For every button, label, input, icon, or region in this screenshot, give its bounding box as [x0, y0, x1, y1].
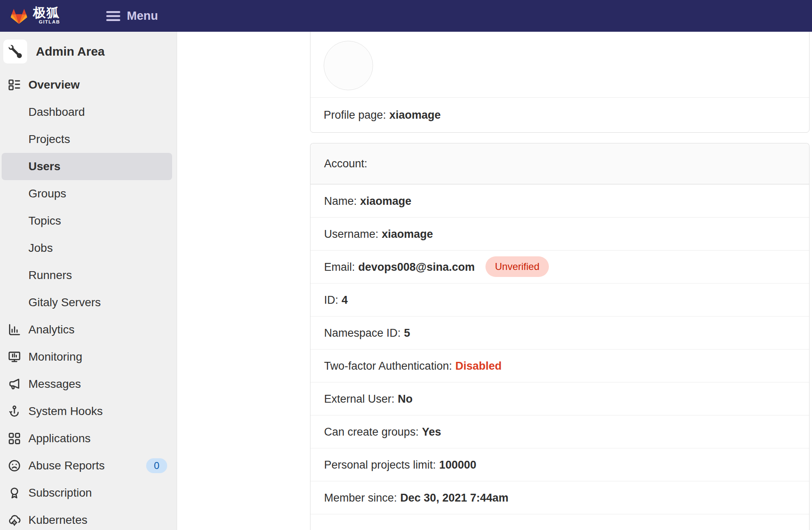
avatar-block [310, 24, 809, 97]
sidebar-title: Admin Area [36, 45, 105, 59]
sidebar-item-label: Analytics [28, 323, 75, 336]
account-row-value: devops008@sina.com [358, 261, 475, 273]
sidebar-item-users[interactable]: Users [2, 153, 172, 180]
sidebar-item-label: Overview [28, 78, 80, 91]
account-row-value: Dec 30, 2021 7:44am [400, 492, 509, 504]
sidebar-item-label: Messages [28, 378, 81, 391]
sidebar-item-applications[interactable]: Applications [2, 425, 172, 452]
account-row-external-user: External User:No [310, 382, 809, 415]
sidebar-item-topics[interactable]: Topics [2, 207, 172, 235]
count-badge: 0 [146, 458, 167, 473]
sidebar-item-label: Runners [28, 269, 72, 282]
account-row-label: Can create groups: [324, 426, 419, 438]
top-navbar: 极狐 GITLAB Menu [0, 0, 812, 32]
account-row-label: Personal projects limit: [324, 459, 436, 471]
hamburger-icon [106, 11, 120, 21]
account-row-value: 4 [342, 294, 348, 306]
account-row-email: Email:devops008@sina.comUnverified [310, 250, 809, 283]
sidebar-item-overview[interactable]: Overview [2, 71, 172, 98]
account-row-value: Disabled [455, 360, 502, 372]
account-row-can-create-groups: Can create groups:Yes [310, 415, 809, 448]
account-row-label: External User: [324, 393, 394, 405]
account-section-header: Account: [310, 143, 809, 184]
sidebar-item-icon [8, 514, 21, 526]
sidebar-item-label: System Hooks [28, 405, 103, 418]
account-row-label: Name: [324, 195, 357, 207]
sidebar-item-abuse-reports[interactable]: Abuse Reports 0 [2, 452, 172, 479]
account-row-label: Email: [324, 261, 355, 273]
sidebar-item-icon [8, 378, 21, 390]
gitlab-logo[interactable]: 极狐 GITLAB [10, 6, 60, 26]
main-content: Profile page:xiaomage Account: Name:xiao… [177, 32, 812, 530]
sidebar-item-icon [8, 405, 21, 417]
sidebar-item-analytics[interactable]: Analytics [2, 316, 172, 343]
brand-name-cjk: 极狐 [33, 6, 60, 19]
account-row-namespace-id: Namespace ID:5 [310, 316, 809, 349]
sidebar-item-label: Dashboard [28, 106, 85, 119]
sidebar-item-label: Kubernetes [28, 514, 87, 527]
sidebar-item-kubernetes[interactable]: Kubernetes [2, 507, 172, 530]
sidebar-item-icon [8, 432, 21, 445]
sidebar-item-runners[interactable]: Runners [2, 262, 172, 289]
next-row-partial [310, 514, 809, 530]
profile-card: Profile page:xiaomage [310, 23, 810, 133]
sidebar-item-groups[interactable]: Groups [2, 180, 172, 207]
account-row-name: Name:xiaomage [310, 184, 809, 217]
sidebar-item-icon [8, 487, 21, 499]
unverified-badge: Unverified [485, 256, 549, 277]
sidebar-item-icon [8, 324, 21, 336]
sidebar-item-label: Applications [28, 432, 91, 445]
user-avatar [324, 41, 373, 90]
sidebar-item-icon [8, 79, 21, 91]
sidebar-item-label: Gitaly Servers [28, 296, 101, 309]
sidebar-item-label: Jobs [28, 242, 53, 255]
wrench-icon [3, 40, 27, 63]
sidebar-item-monitoring[interactable]: Monitoring [2, 343, 172, 371]
sidebar-item-dashboard[interactable]: Dashboard [2, 98, 172, 126]
profile-page-row: Profile page:xiaomage [310, 97, 809, 132]
account-row-label: Two-factor Authentication: [324, 360, 452, 372]
sidebar-item-system-hooks[interactable]: System Hooks [2, 398, 172, 425]
sidebar-item-messages[interactable]: Messages [2, 371, 172, 398]
sidebar-item-label: Topics [28, 214, 61, 227]
sidebar-item-icon [8, 351, 21, 363]
sidebar-item-label: Subscription [28, 486, 92, 500]
sidebar-item-gitaly-servers[interactable]: Gitaly Servers [2, 289, 172, 316]
menu-button[interactable]: Menu [101, 5, 163, 27]
sidebar-item-label: Abuse Reports [28, 459, 105, 472]
account-row-value: No [398, 393, 413, 405]
account-row-value: 5 [404, 327, 410, 339]
account-row-value: xiaomage [382, 228, 433, 240]
sidebar-item-subscription[interactable]: Subscription [2, 479, 172, 507]
sidebar-item-label: Projects [28, 133, 70, 146]
account-row-id: ID:4 [310, 283, 809, 316]
tanuki-fox-icon [10, 7, 28, 26]
profile-page-link[interactable]: xiaomage [390, 109, 441, 121]
sidebar-item-label: Monitoring [28, 350, 82, 363]
sidebar-item-icon [8, 460, 21, 472]
account-row-member-since: Member since:Dec 30, 2021 7:44am [310, 481, 809, 514]
sidebar-item-label: Groups [28, 187, 66, 200]
account-row-label: ID: [324, 294, 338, 306]
menu-button-label: Menu [127, 9, 158, 23]
sidebar-header-admin-area[interactable]: Admin Area [0, 32, 177, 71]
account-card: Account: Name:xiaomage Username:xiaomage… [310, 143, 810, 530]
account-row-value: Yes [422, 426, 441, 438]
account-row-value: 100000 [439, 459, 476, 471]
account-row-label: Username: [324, 228, 378, 240]
sidebar-item-projects[interactable]: Projects [2, 126, 172, 153]
sidebar-nav-list: Overview Dashboard Projects Users Groups [0, 71, 177, 530]
account-row-label: Namespace ID: [324, 327, 401, 339]
account-row-label: Member since: [324, 492, 397, 504]
sidebar-item-label: Users [28, 160, 61, 173]
sidebar-item-jobs[interactable]: Jobs [2, 235, 172, 262]
account-row-personal-projects-limit: Personal projects limit:100000 [310, 448, 809, 481]
account-row-two-factor-authentication: Two-factor Authentication:Disabled [310, 349, 809, 382]
profile-page-label: Profile page: [324, 109, 386, 121]
brand-text: 极狐 GITLAB [33, 6, 60, 25]
brand-name-gitlab: GITLAB [39, 19, 60, 25]
account-row-username: Username:xiaomage [310, 217, 809, 250]
account-row-value: xiaomage [360, 195, 412, 207]
admin-sidebar: Admin Area Overview Dashboard Projects U… [0, 32, 177, 530]
